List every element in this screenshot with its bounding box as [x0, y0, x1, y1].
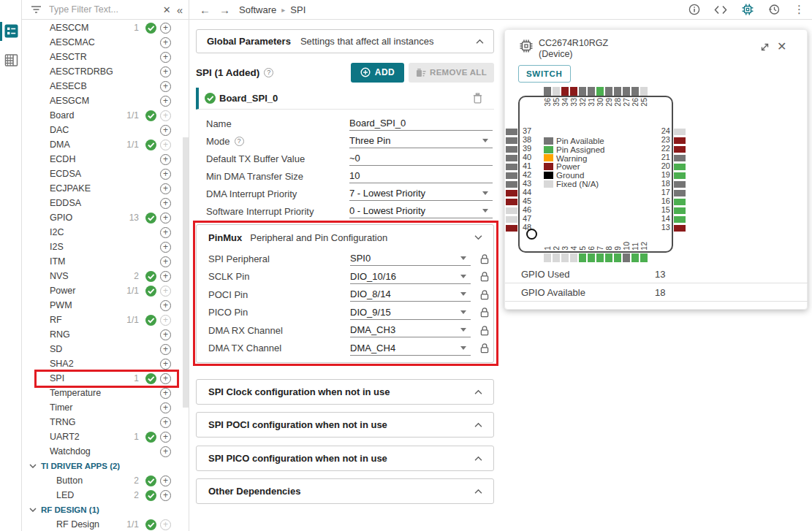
add-instance-button[interactable]: + — [160, 315, 171, 326]
sidebar-item[interactable]: EDDSA + — [22, 196, 189, 210]
add-instance-button[interactable]: + — [160, 96, 171, 107]
add-instance-button[interactable]: + — [160, 169, 171, 180]
sidebar-item[interactable]: AESGCM + — [22, 93, 189, 108]
lock-icon[interactable] — [480, 343, 489, 354]
add-instance-button[interactable]: + — [160, 475, 171, 486]
collapsed-section-card[interactable]: SPI POCI configuration when not in use — [196, 412, 494, 438]
collapsed-section-card[interactable]: Other Dependencies — [196, 478, 494, 504]
back-arrow-icon[interactable]: ← — [200, 4, 210, 16]
code-view-icon[interactable] — [714, 5, 727, 15]
field-value[interactable]: 7 - Lowest Priority — [349, 186, 493, 201]
add-instance-button[interactable]: + — [160, 344, 171, 355]
sidebar-item[interactable]: RNG + — [22, 327, 189, 342]
field-value[interactable]: Board_SPI_0 — [349, 116, 493, 131]
config-view-icon[interactable] — [4, 24, 18, 38]
add-instance-button[interactable]: + — [160, 446, 171, 457]
add-instance-button[interactable]: + — [160, 66, 171, 77]
expand-panel-icon[interactable] — [759, 42, 770, 53]
sidebar-scrollbar[interactable] — [183, 137, 189, 408]
add-instance-button[interactable]: + — [160, 242, 171, 253]
sidebar-item[interactable]: ECDSA + — [22, 167, 189, 181]
history-icon[interactable] — [768, 4, 780, 15]
lock-icon[interactable] — [480, 271, 489, 282]
field-value[interactable]: 0 - Lowest Priority — [349, 204, 493, 218]
forward-arrow-icon[interactable]: → — [219, 4, 230, 16]
field-value[interactable]: Three Pin — [349, 134, 493, 148]
field-value[interactable]: ~0 — [349, 151, 493, 166]
add-instance-button[interactable]: + — [160, 154, 171, 165]
add-instance-button[interactable]: + — [160, 300, 171, 311]
kebab-menu-icon[interactable]: ⋮ — [794, 3, 805, 16]
add-instance-button[interactable]: + — [160, 271, 171, 282]
field-value[interactable]: DMA_CH3 — [350, 323, 471, 337]
sidebar-item[interactable]: DMA 1/1 + — [22, 137, 189, 152]
field-value[interactable]: DIO_9/15 — [350, 305, 471, 320]
sidebar-item[interactable]: GPIO 13 + — [22, 210, 189, 225]
field-value[interactable]: DIO_8/14 — [350, 287, 471, 302]
add-instance-button[interactable]: + — [160, 213, 171, 224]
sidebar-item[interactable]: RF 1/1 + — [22, 313, 189, 327]
field-value[interactable]: SPI0 — [350, 251, 471, 266]
sidebar-item[interactable]: SHA2 + — [22, 356, 189, 371]
add-instance-button[interactable]: + — [160, 198, 171, 209]
add-instance-button[interactable]: + — [160, 183, 171, 194]
add-instance-button[interactable]: + — [160, 81, 171, 92]
add-instance-button[interactable]: + — [160, 256, 171, 267]
add-instance-button[interactable]: + — [160, 52, 171, 63]
breadcrumb-software[interactable]: Software — [239, 4, 276, 15]
sidebar-item[interactable]: Timer + — [22, 400, 189, 415]
field-value[interactable]: DIO_10/16 — [350, 270, 471, 284]
breadcrumb-spi[interactable]: SPI — [290, 4, 306, 15]
lock-icon[interactable] — [480, 325, 489, 336]
add-instance-button[interactable]: + — [160, 125, 171, 136]
sidebar-item[interactable]: RF Design 1/1 + — [22, 517, 189, 531]
add-instance-button[interactable]: + — [160, 227, 171, 238]
sidebar-item[interactable]: I2C + — [22, 225, 189, 240]
sidebar-item[interactable]: NVS 2 + — [22, 269, 189, 283]
sidebar-item[interactable]: AESCCM 1 + — [22, 20, 189, 35]
add-instance-button[interactable]: + — [160, 329, 171, 340]
collapsed-section-card[interactable]: SPI PICO configuration when not in use — [196, 446, 494, 471]
remove-all-button[interactable]: REMOVE ALL — [409, 63, 494, 83]
lock-icon[interactable] — [480, 307, 489, 318]
sidebar-item[interactable]: Watchdog + — [22, 444, 189, 459]
collapsed-section-card[interactable]: SPI Clock configuration when not in use — [196, 379, 494, 405]
sidebar-item[interactable]: LED 2 + — [22, 488, 189, 503]
sidebar-item[interactable]: DAC + — [22, 123, 189, 137]
filter-input[interactable] — [49, 4, 163, 15]
help-icon[interactable]: ? — [235, 137, 244, 146]
sidebar-item[interactable]: UART2 1 + — [22, 429, 189, 444]
sidebar-item[interactable]: Power 1/1 + — [22, 283, 189, 298]
instance-header[interactable]: Board_SPI_0 — [196, 88, 494, 110]
global-parameters-card[interactable]: Global Parameters Settings that affect a… — [196, 29, 494, 53]
close-panel-icon[interactable]: ✕ — [777, 39, 786, 53]
add-instance-button[interactable]: + — [160, 23, 171, 34]
info-icon[interactable] — [688, 4, 700, 15]
add-instance-button[interactable]: + — [160, 490, 171, 501]
sidebar-item[interactable]: SD + — [22, 342, 189, 356]
add-instance-button[interactable]: + — [160, 373, 171, 384]
sidebar-item[interactable]: RF DESIGN (1) + — [22, 503, 189, 517]
sidebar-item[interactable]: AESCTR + — [22, 50, 189, 64]
sidebar-item[interactable]: AESCTRDRBG + — [22, 64, 189, 79]
field-value[interactable]: DMA_CH4 — [350, 341, 471, 356]
sidebar-item[interactable]: Temperature + — [22, 386, 189, 400]
add-instance-button[interactable]: + — [160, 286, 171, 297]
add-instance-button[interactable]: + — [160, 519, 171, 530]
delete-instance-icon[interactable] — [473, 93, 482, 104]
add-instance-button[interactable]: + — [160, 359, 171, 370]
collapse-sidebar-icon[interactable]: « — [177, 4, 183, 16]
add-instance-button[interactable]: + — [160, 37, 171, 48]
registers-view-icon[interactable] — [4, 53, 18, 67]
sidebar-item[interactable]: TRNG + — [22, 415, 189, 429]
lock-icon[interactable] — [480, 289, 489, 300]
add-instance-button[interactable]: + — [160, 417, 171, 428]
sidebar-item[interactable]: AESECB + — [22, 79, 189, 93]
pinmux-header[interactable]: PinMux Peripheral and Pin Configuration — [197, 225, 493, 250]
sidebar-item[interactable]: Button 2 + — [22, 473, 189, 488]
sidebar-item[interactable]: ECDH + — [22, 152, 189, 167]
add-instance-button[interactable]: + — [160, 110, 171, 121]
add-instance-button[interactable]: + — [160, 402, 171, 413]
sidebar-item[interactable]: TI DRIVER APPS (2) + — [22, 459, 189, 473]
clear-filter-icon[interactable]: ✕ — [163, 4, 171, 15]
